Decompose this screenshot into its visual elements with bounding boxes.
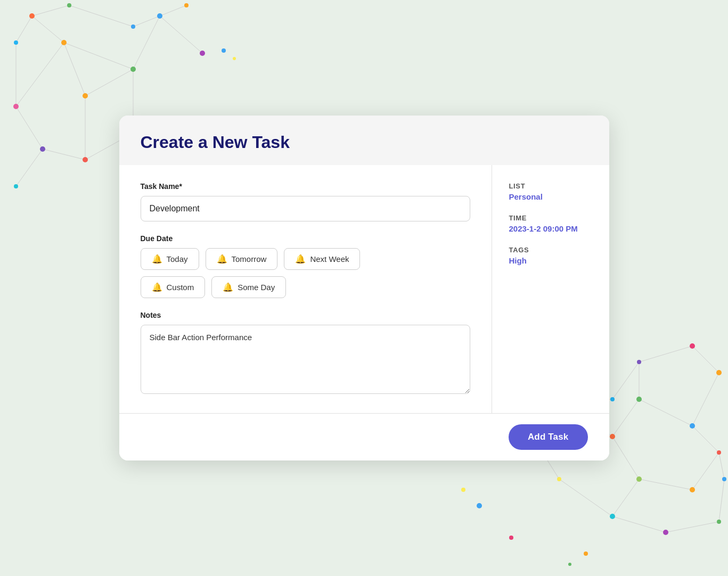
svg-point-65 (690, 487, 695, 492)
svg-point-76 (568, 563, 571, 566)
svg-point-26 (184, 3, 189, 7)
svg-point-69 (717, 520, 721, 524)
task-name-label: Task Name* (141, 182, 470, 191)
svg-point-28 (14, 184, 18, 188)
bell-icon-tomorrow: 🔔 (217, 254, 227, 264)
svg-line-49 (612, 516, 666, 532)
svg-line-36 (612, 399, 639, 437)
modal-title: Create a New Task (141, 133, 588, 152)
svg-line-51 (719, 479, 724, 522)
svg-line-47 (692, 426, 719, 452)
svg-point-58 (636, 397, 642, 402)
svg-point-60 (716, 370, 722, 375)
tags-label: TAGS (509, 246, 592, 254)
date-buttons-row-2: 🔔 Custom 🔔 Some Day (141, 276, 470, 298)
svg-line-3 (160, 16, 202, 53)
notes-section: Notes Side Bar Action Performance (141, 311, 470, 396)
svg-line-52 (719, 452, 724, 479)
svg-line-6 (69, 5, 133, 27)
svg-point-62 (637, 360, 641, 364)
svg-line-2 (133, 16, 160, 69)
time-label: TIME (509, 214, 592, 222)
date-btn-today-label: Today (167, 254, 188, 264)
svg-line-41 (612, 362, 639, 399)
svg-point-73 (477, 503, 482, 508)
svg-point-24 (67, 3, 71, 7)
svg-line-14 (85, 69, 133, 96)
svg-point-33 (222, 48, 226, 53)
svg-point-21 (157, 13, 162, 19)
task-name-field-group: Task Name* (141, 182, 470, 221)
svg-line-46 (692, 452, 719, 490)
date-buttons-row: 🔔 Today 🔔 Tomorrow 🔔 Next Week (141, 248, 470, 270)
svg-point-63 (610, 397, 615, 401)
date-btn-custom[interactable]: 🔔 Custom (141, 276, 206, 298)
svg-point-66 (717, 450, 721, 455)
bell-icon-today: 🔔 (152, 254, 162, 264)
modal-left-panel: Task Name* Due Date 🔔 Today 🔔 Tomorrow (119, 165, 492, 413)
svg-line-37 (639, 399, 692, 426)
svg-line-38 (692, 373, 719, 426)
svg-point-75 (584, 552, 588, 556)
svg-line-1 (64, 43, 133, 69)
svg-line-39 (692, 346, 719, 373)
due-date-section: Due Date 🔔 Today 🔔 Tomorrow 🔔 Next Week (141, 234, 470, 298)
svg-point-67 (610, 514, 615, 519)
svg-point-77 (509, 536, 513, 540)
modal-footer: Add Task (119, 413, 609, 460)
list-label: LIST (509, 182, 592, 190)
create-task-modal: Create a New Task Task Name* Due Date 🔔 … (119, 116, 609, 460)
date-btn-today[interactable]: 🔔 Today (141, 248, 199, 270)
svg-line-9 (16, 149, 43, 186)
modal-header: Create a New Task (119, 116, 609, 165)
svg-line-55 (559, 479, 612, 516)
svg-line-8 (16, 106, 43, 149)
svg-line-13 (64, 43, 85, 96)
bell-icon-custom: 🔔 (152, 282, 162, 292)
svg-line-45 (639, 479, 692, 490)
svg-point-19 (61, 40, 67, 45)
date-btn-some-day-label: Some Day (238, 283, 275, 292)
svg-point-29 (83, 157, 88, 162)
svg-line-10 (43, 149, 85, 160)
svg-line-50 (666, 522, 719, 532)
date-btn-next-week[interactable]: 🔔 Next Week (284, 248, 360, 270)
tags-value: High (509, 256, 592, 265)
svg-point-31 (83, 93, 88, 98)
svg-point-18 (13, 104, 19, 109)
svg-point-74 (461, 488, 465, 492)
svg-point-59 (690, 423, 695, 429)
svg-point-57 (610, 434, 615, 439)
notes-label: Notes (141, 311, 470, 319)
due-date-label: Due Date (141, 234, 470, 243)
svg-point-32 (14, 40, 18, 45)
svg-point-64 (636, 476, 642, 482)
list-value: Personal (509, 192, 592, 201)
add-task-button[interactable]: Add Task (509, 424, 588, 450)
notes-textarea[interactable]: Side Bar Action Performance (141, 325, 470, 394)
svg-line-4 (32, 16, 64, 43)
modal-right-panel: LIST Personal TIME 2023-1-2 09:00 PM TAG… (492, 165, 609, 413)
date-btn-tomorrow-label: Tomorrow (232, 254, 267, 264)
svg-point-61 (690, 343, 695, 349)
svg-line-44 (612, 437, 639, 479)
date-btn-some-day[interactable]: 🔔 Some Day (211, 276, 286, 298)
svg-point-27 (40, 146, 45, 152)
date-btn-custom-label: Custom (167, 283, 194, 292)
modal-body: Task Name* Due Date 🔔 Today 🔔 Tomorrow (119, 165, 609, 413)
bell-icon-next-week: 🔔 (295, 254, 306, 264)
svg-line-0 (16, 43, 64, 106)
task-name-input[interactable] (141, 196, 470, 221)
svg-point-20 (130, 67, 136, 72)
svg-point-72 (557, 477, 561, 481)
svg-point-23 (29, 13, 35, 19)
time-value: 2023-1-2 09:00 PM (509, 224, 592, 233)
svg-line-48 (612, 479, 639, 516)
bell-icon-some-day: 🔔 (223, 282, 233, 292)
svg-point-70 (722, 477, 726, 481)
svg-point-68 (663, 530, 668, 535)
svg-line-40 (639, 346, 692, 362)
svg-point-25 (131, 24, 135, 29)
date-btn-tomorrow[interactable]: 🔔 Tomorrow (206, 248, 278, 270)
date-btn-next-week-label: Next Week (310, 254, 349, 264)
